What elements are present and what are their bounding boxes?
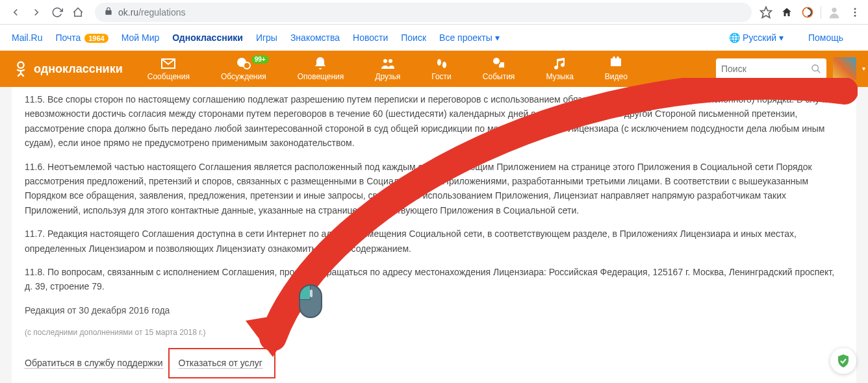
svg-point-10 — [389, 59, 392, 63]
para-11-6: 11.6. Неотъемлемой частью настоящего Сог… — [25, 160, 843, 218]
chevron-down-icon: ▾ — [495, 32, 500, 43]
browser-toolbar: ok.ru/regulations — [0, 0, 868, 25]
nav-friends[interactable]: Друзья — [363, 56, 412, 81]
support-link[interactable]: Обратиться в службу поддержки — [25, 358, 163, 369]
svg-point-15 — [617, 56, 619, 59]
reload-button[interactable] — [47, 2, 68, 23]
bell-icon — [313, 56, 328, 71]
search-input[interactable] — [721, 64, 811, 74]
svg-point-5 — [854, 14, 856, 16]
user-menu[interactable]: ▾ — [833, 57, 856, 80]
search-box[interactable] — [716, 58, 826, 79]
portal-links: Mail.Ru Почта 1964 Мой Мир Одноклассники… — [0, 25, 868, 51]
url-path: /regulations — [138, 7, 185, 18]
decline-link[interactable]: Отказаться от услуг — [179, 358, 262, 369]
svg-point-6 — [18, 62, 23, 68]
bottom-links: Обратиться в службу поддержки Отказаться… — [25, 348, 843, 378]
menu-icon[interactable] — [847, 5, 863, 20]
nav-video[interactable]: Видео — [593, 56, 639, 81]
ok-logo-icon — [12, 60, 30, 78]
main-nav: одноклассники Сообщения 99+ Обсуждения О… — [0, 51, 868, 87]
nav-guests[interactable]: Гости — [420, 56, 463, 81]
url-bar[interactable]: ok.ru/regulations — [95, 3, 752, 22]
link-odnoklassniki[interactable]: Одноклассники — [172, 32, 243, 43]
link-novosti[interactable]: Новости — [353, 32, 388, 43]
shield-badge[interactable] — [830, 348, 856, 374]
link-help[interactable]: Помощь — [808, 32, 843, 43]
search-icon — [811, 63, 821, 75]
svg-marker-0 — [761, 6, 772, 18]
svg-point-3 — [854, 8, 856, 10]
link-pochta[interactable]: Почта 1964 — [55, 32, 108, 43]
mail-icon — [160, 56, 176, 71]
music-icon — [552, 56, 568, 71]
mouse-cursor-icon — [299, 284, 322, 318]
nav-messages[interactable]: Сообщения — [136, 56, 201, 81]
logo-text: одноклассники — [34, 62, 123, 76]
footprints-icon — [434, 56, 450, 71]
para-11-7: 11.7. Редакция настоящего Соглашения дос… — [25, 227, 843, 256]
url-host: ok.ru — [118, 7, 138, 18]
forward-button[interactable] — [26, 2, 47, 23]
page-content: 11.5. Все споры сторон по настоящему сог… — [12, 87, 856, 383]
video-icon — [608, 56, 624, 71]
mail-badge: 1964 — [84, 34, 108, 43]
chevron-down-icon: ▾ — [862, 65, 865, 72]
profile-icon[interactable] — [826, 5, 842, 20]
link-vse-proekty[interactable]: Все проекты ▾ — [439, 32, 500, 43]
extension-swirl-icon[interactable] — [800, 5, 815, 20]
revision-date: Редакция от 30 декабря 2016 года — [25, 303, 843, 317]
nav-music[interactable]: Музыка — [534, 56, 585, 81]
nav-events[interactable]: События — [471, 56, 527, 81]
thumbsup-icon — [491, 56, 507, 71]
svg-point-4 — [854, 11, 856, 13]
svg-point-13 — [493, 58, 500, 64]
back-button[interactable] — [5, 2, 26, 23]
svg-point-9 — [383, 59, 387, 63]
para-11-5: 11.5. Все споры сторон по настоящему сог… — [25, 92, 843, 151]
discussions-badge: 99+ — [251, 55, 269, 64]
link-igry[interactable]: Игры — [256, 32, 277, 43]
lock-icon — [104, 6, 113, 18]
logo[interactable]: одноклассники — [12, 60, 123, 78]
lang-switch[interactable]: 🌐 Русский ▾ — [729, 32, 784, 43]
svg-point-8 — [244, 62, 250, 69]
nav-discussions[interactable]: 99+ Обсуждения — [209, 56, 278, 81]
decline-highlight: Отказаться от услуг — [168, 348, 275, 378]
friends-icon — [380, 56, 396, 71]
nav-notifications[interactable]: Оповещения — [286, 56, 356, 81]
avatar — [833, 57, 856, 80]
link-moymir[interactable]: Мой Мир — [121, 32, 160, 43]
star-icon[interactable] — [758, 5, 774, 20]
svg-point-12 — [442, 62, 446, 68]
svg-point-11 — [437, 59, 441, 66]
svg-point-16 — [812, 65, 818, 71]
amendments-note: (с последними дополнениями от 15 марта 2… — [25, 327, 843, 339]
chat-icon — [236, 56, 251, 71]
home-button[interactable] — [68, 2, 88, 23]
link-mailru[interactable]: Mail.Ru — [12, 32, 42, 43]
shield-icon — [836, 353, 851, 369]
para-11-8: 11.8. По вопросам, связанным с исполнени… — [25, 265, 843, 294]
link-poisk[interactable]: Поиск — [401, 32, 426, 43]
link-znakomstva[interactable]: Знакомства — [290, 32, 340, 43]
svg-point-14 — [613, 56, 615, 59]
svg-point-2 — [832, 7, 836, 12]
extension-home-icon[interactable] — [779, 5, 795, 20]
